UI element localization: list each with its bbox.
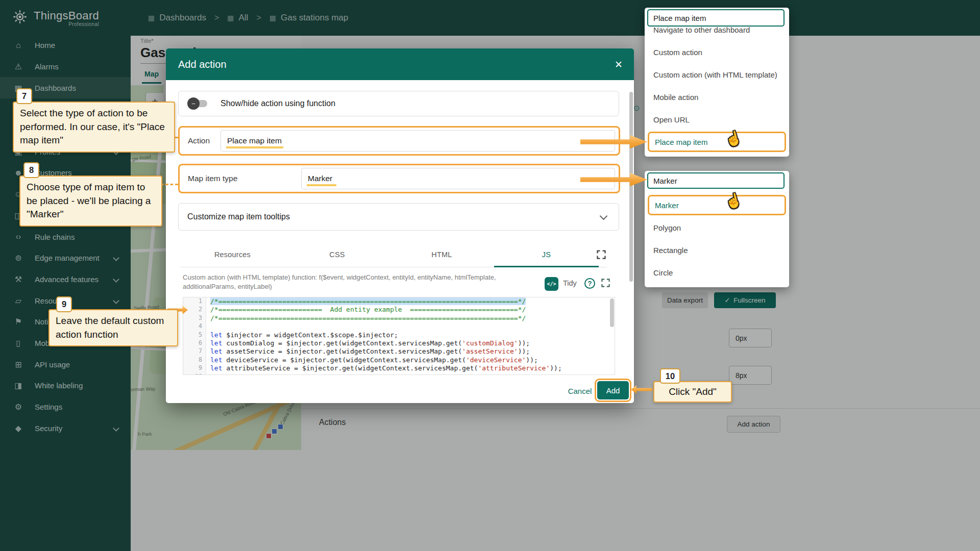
help-icon[interactable] [584, 278, 595, 289]
map-item-type-input[interactable]: Marker [301, 168, 615, 189]
dropdown-option-selected[interactable]: Marker [648, 195, 786, 215]
dropdown-option[interactable]: Custom action (with HTML template) [645, 63, 789, 86]
line-number: 9 [183, 364, 206, 372]
callout-step-8: Choose type of map item to be placed - w… [19, 176, 162, 227]
code-line: let assetService = $injector.get(widgetC… [206, 347, 615, 356]
dialog-title: Add action [178, 59, 227, 70]
dropdown-option[interactable]: Rectangle [645, 239, 789, 261]
function-signature: Custom action (with HTML template) funct… [183, 273, 514, 291]
add-button[interactable]: Add [597, 381, 629, 399]
signature-line-1: Custom action (with HTML template) funct… [183, 273, 514, 282]
line-number: 7 [183, 347, 206, 356]
line-number: 4 [183, 322, 206, 331]
callout-step-7: Select the type of action to be performe… [13, 102, 175, 153]
editor-tabs: ResourcesCSSHTMLJS [180, 242, 607, 267]
expand-editor-icon[interactable] [601, 278, 611, 288]
dropdown-option[interactable]: Circle [645, 261, 789, 284]
code-line: let attributeService = $injector.get(wid… [206, 364, 615, 372]
callout-step-9-badge: 9 [56, 296, 72, 312]
dropdown-option[interactable]: Custom action [645, 41, 789, 63]
customize-tooltips-label: Customize map item tooltips [187, 212, 290, 221]
map-item-type-field-highlight: Map item type Marker [178, 164, 620, 193]
toggle-knob [187, 97, 200, 110]
code-gutter: 12345678910 [183, 297, 206, 374]
editor-scrollbar[interactable] [610, 298, 614, 327]
callout-step-7-badge: 7 [16, 88, 32, 104]
action-type-input[interactable]: Place map item [647, 9, 785, 27]
action-dropdown-options: Navigate to other dashboardCustom action… [645, 8, 789, 157]
add-action-dialog: Add action Show/hide action using functi… [166, 48, 634, 403]
code-line: /*======================================… [206, 314, 615, 322]
line-number: 10 [183, 373, 206, 375]
callout-step-10-badge: 10 [660, 368, 680, 384]
underline-mark [307, 184, 336, 186]
action-field-highlight: Action Place map item [178, 126, 620, 156]
code-line: let deviceService = $injector.get(widget… [206, 356, 615, 364]
code-object-icon[interactable]: </> [545, 277, 558, 291]
tab-css[interactable]: CSS [285, 242, 389, 267]
callout-step-10: Click "Add" [653, 381, 732, 403]
line-number: 1 [183, 297, 206, 306]
code-lines[interactable]: /*======================================… [206, 297, 615, 375]
chevron-down-icon [600, 212, 608, 220]
dropdown-option[interactable]: Polygon [645, 216, 789, 239]
toggle-label: Show/hide action using function [220, 99, 335, 108]
thingsboard-app: ThingsBoard Professional ⌂Home⚠Alarms▦Da… [0, 0, 980, 551]
customize-tooltips-panel[interactable]: Customize map item tooltips [178, 203, 619, 231]
tab-html[interactable]: HTML [389, 242, 494, 267]
action-type-dropdown: Place map item Navigate to other dashboa… [645, 8, 789, 157]
map-item-type-value: Marker [308, 174, 332, 183]
code-line: let customDialog = $injector.get(widgetC… [206, 339, 615, 347]
tidy-button[interactable]: Tidy [563, 279, 577, 287]
code-line [206, 373, 615, 375]
action-value: Place map item [227, 136, 282, 145]
line-number: 6 [183, 339, 206, 347]
dialog-header: Add action [166, 48, 634, 80]
close-icon[interactable] [615, 59, 623, 70]
map-item-type-label: Map item type [188, 174, 301, 183]
action-label: Action [188, 136, 220, 145]
line-number: 5 [183, 331, 206, 339]
expand-tabs-icon[interactable] [596, 249, 607, 261]
code-editor[interactable]: 12345678910 /*==========================… [183, 297, 615, 375]
code-line: /*========================== Add entity … [206, 306, 615, 314]
code-line: let $injector = widgetContext.$scope.$in… [206, 331, 615, 339]
cancel-button[interactable]: Cancel [562, 382, 598, 400]
tab-resources[interactable]: Resources [180, 242, 285, 267]
tab-js[interactable]: JS [494, 242, 599, 267]
dropdown-option[interactable]: Mobile action [645, 86, 789, 108]
callout-step-8-badge: 8 [23, 162, 39, 178]
line-number: 8 [183, 356, 206, 364]
toggle-switch[interactable] [189, 100, 207, 107]
active-tab-indicator [494, 266, 599, 267]
code-line: /*======================================… [206, 297, 615, 306]
add-button-highlight: Add [595, 379, 631, 402]
dropdown-option-selected[interactable]: Place map item [648, 132, 786, 152]
map-item-type-dropdown: Marker MarkerPolygonRectangleCircle [645, 171, 789, 287]
underline-mark [226, 146, 283, 148]
signature-line-2: additionalParams, entityLabel) [183, 282, 514, 291]
dialog-scrollbar[interactable] [629, 92, 633, 282]
show-hide-toggle-row: Show/hide action using function [178, 91, 619, 116]
action-input[interactable]: Place map item [220, 130, 615, 152]
line-number: 3 [183, 314, 206, 322]
dropdown-option[interactable]: Open URL [645, 108, 789, 131]
map-item-type-search-input[interactable]: Marker [647, 172, 785, 189]
callout-step-9: Leave the default custom action function [48, 309, 178, 346]
code-line [206, 322, 615, 331]
